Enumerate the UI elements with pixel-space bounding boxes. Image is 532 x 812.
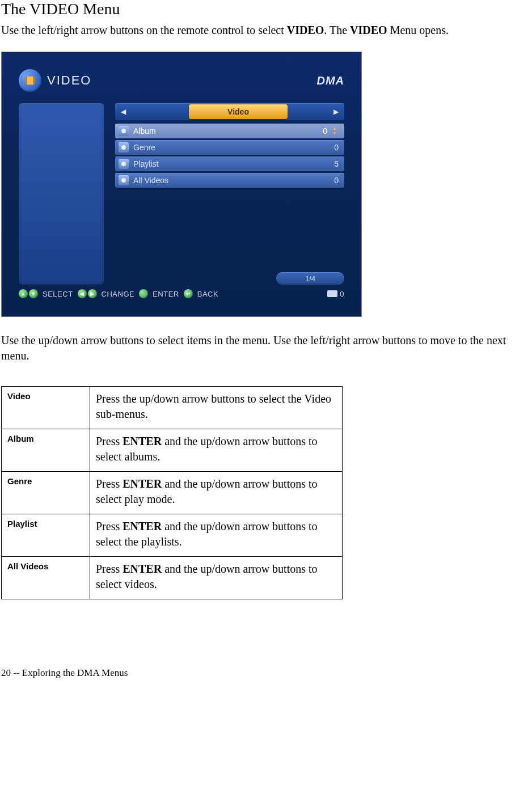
card-count: 0: [327, 290, 344, 298]
desc-playlist: Press ENTER and the up/down arrow button…: [90, 514, 343, 557]
hint-bar: ▲ ▼ SELECT ◀ ▶ CHANGE ENTER ↩ BACK 0: [19, 289, 344, 298]
video-badge-text: VIDEO: [47, 73, 91, 88]
menu-rows: Album 0 ▲▼ Genre 0 Playlist 5: [115, 124, 344, 188]
video-menu-screenshot: VIDEO DMA ◀ Video ▶ Album 0: [1, 52, 362, 317]
tab-video[interactable]: Video: [189, 104, 288, 119]
intro-text-post: Menu opens.: [387, 24, 449, 36]
term-genre: Genre: [2, 472, 90, 514]
section-title: The VIDEO Menu: [1, 0, 531, 18]
table-row: Playlist Press ENTER and the up/down arr…: [2, 514, 343, 557]
side-panel: [19, 103, 104, 285]
menu-item-playlist[interactable]: Playlist 5: [115, 157, 344, 171]
menu-item-value: 0: [315, 126, 327, 136]
menu-item-label: Playlist: [133, 159, 326, 168]
enter-hint-icon: [139, 289, 148, 298]
table-row: Genre Press ENTER and the up/down arrow …: [2, 472, 343, 514]
intro-paragraph: Use the left/right arrow buttons on the …: [1, 23, 531, 38]
instructions-paragraph: Use the up/down arrow buttons to select …: [1, 333, 531, 363]
updown-indicator-icon: ▲▼: [331, 126, 339, 136]
desc-album: Press ENTER and the up/down arrow button…: [90, 429, 343, 472]
desc-genre: Press ENTER and the up/down arrow button…: [90, 472, 343, 514]
menu-item-all-videos[interactable]: All Videos 0: [115, 173, 344, 188]
all-videos-icon: [119, 175, 129, 185]
term-all-videos: All Videos: [2, 557, 90, 599]
desc-video: Press the up/down arrow buttons to selec…: [90, 387, 343, 429]
category-tabbar[interactable]: ◀ Video ▶: [115, 103, 344, 120]
menu-item-value: 0: [326, 176, 339, 185]
menu-item-label: Genre: [133, 143, 326, 152]
term-album: Album: [2, 429, 90, 472]
intro-text-mid: . The: [324, 24, 350, 36]
tab-arrow-left-icon[interactable]: ◀: [121, 108, 126, 116]
menu-item-label: All Videos: [133, 176, 326, 185]
video-badge: VIDEO: [19, 69, 91, 92]
svg-rect-2: [33, 77, 35, 85]
menu-item-value: 0: [326, 143, 339, 152]
album-icon: [119, 126, 129, 136]
screenshot-header: VIDEO DMA: [19, 68, 344, 93]
hint-back-label: BACK: [197, 290, 218, 298]
arrow-up-hint-icon: ▲: [19, 289, 28, 298]
hint-change-label: CHANGE: [102, 290, 135, 298]
page-footer: 20 -- Exploring the DMA Menus: [1, 667, 531, 679]
back-hint-icon: ↩: [184, 289, 193, 298]
arrow-left-hint-icon: ◀: [78, 289, 87, 298]
intro-bold-2: VIDEO: [350, 24, 387, 36]
intro-bold-1: VIDEO: [287, 24, 324, 36]
film-icon: [19, 69, 41, 92]
brand-logo: DMA: [316, 74, 344, 87]
card-count-value: 0: [340, 290, 344, 298]
intro-text-pre: Use the left/right arrow buttons on the …: [1, 24, 287, 36]
table-row: All Videos Press ENTER and the up/down a…: [2, 557, 343, 599]
table-row: Album Press ENTER and the up/down arrow …: [2, 429, 343, 472]
menu-item-label: Album: [133, 126, 315, 136]
definitions-table: Video Press the up/down arrow buttons to…: [1, 386, 343, 599]
svg-rect-1: [26, 77, 27, 85]
tab-video-label: Video: [227, 107, 249, 116]
table-row: Video Press the up/down arrow buttons to…: [2, 387, 343, 429]
term-video: Video: [2, 387, 90, 429]
genre-icon: [119, 142, 129, 153]
arrow-down-hint-icon: ▼: [29, 289, 38, 298]
desc-all-videos: Press ENTER and the up/down arrow button…: [90, 557, 343, 599]
position-indicator: 1/4: [276, 272, 344, 285]
term-playlist: Playlist: [2, 514, 90, 557]
tab-arrow-right-icon[interactable]: ▶: [333, 108, 339, 116]
menu-item-album[interactable]: Album 0 ▲▼: [115, 124, 344, 138]
hint-select-label: SELECT: [43, 290, 73, 298]
menu-item-genre[interactable]: Genre 0: [115, 140, 344, 155]
hint-enter-label: ENTER: [153, 290, 179, 298]
menu-item-value: 5: [326, 159, 339, 168]
playlist-icon: [119, 159, 129, 169]
menu-panel: ◀ Video ▶ Album 0 ▲▼ Genre: [115, 103, 344, 285]
arrow-right-hint-icon: ▶: [88, 289, 97, 298]
